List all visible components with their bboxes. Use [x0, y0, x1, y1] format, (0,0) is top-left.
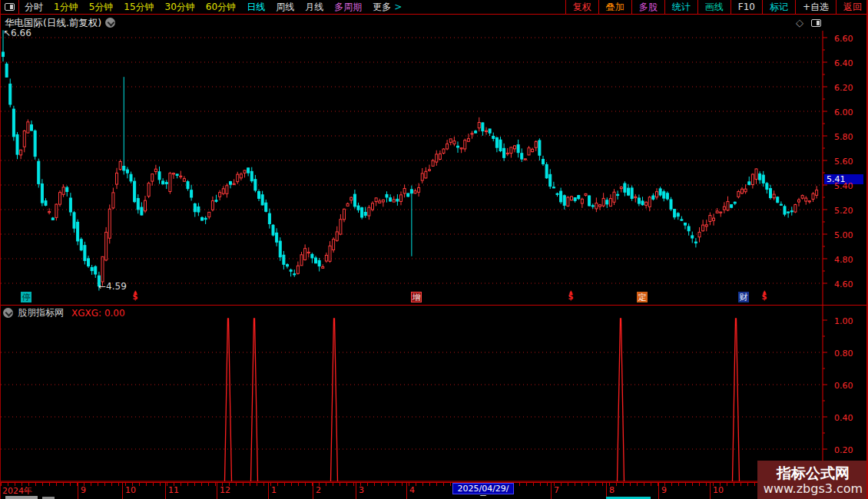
toolbar-action-3[interactable]: 多股	[631, 0, 664, 14]
price-axis-label: 6.40	[834, 58, 853, 68]
indicator-axis-label: 1.00	[834, 316, 853, 326]
high-price-annotation: ↖6.66	[3, 28, 31, 38]
price-axis-label: 6.00	[834, 107, 853, 117]
month-separator	[658, 483, 659, 499]
watermark-url: www.zbgs3.com	[764, 481, 863, 496]
event-badge-定[interactable]: 定	[637, 292, 648, 302]
indicator-chart[interactable]	[1, 306, 868, 482]
month-label: 7	[554, 485, 559, 495]
month-separator	[165, 483, 166, 499]
selected-date-box: 2025/04/29/二	[452, 483, 514, 494]
toolbar-action-7[interactable]: 标记	[762, 0, 795, 14]
month-separator	[122, 483, 123, 499]
toolbar-period-2[interactable]: 1分钟	[48, 0, 84, 14]
period-toolbar: 分时1分钟5分钟15分钟30分钟60分钟日线周线月线多周期更多> 复权叠加多股统…	[1, 0, 868, 15]
month-separator	[217, 483, 217, 499]
month-separator	[268, 483, 269, 499]
watermark-box: 指标公式网 www.zbgs3.com	[757, 461, 868, 499]
dollar-event-icon[interactable]: ▲$	[566, 289, 575, 301]
toolbar-period-5[interactable]: 30分钟	[160, 0, 200, 14]
price-axis-label: 5.40	[834, 181, 853, 191]
month-label: 11	[168, 485, 179, 495]
month-label: 10	[125, 485, 136, 495]
dollar-event-icon[interactable]: ▲$	[131, 289, 140, 301]
price-axis-label: 6.60	[834, 34, 853, 44]
toolbar-period-3[interactable]: 5分钟	[84, 0, 119, 14]
toolbar-period-6[interactable]: 60分钟	[200, 0, 241, 14]
toolbar-period-8[interactable]: 周线	[270, 0, 300, 14]
indicator-axis-label: 0.60	[834, 381, 853, 391]
chart-title-row: 华电国际(日线.前复权) ◇	[1, 15, 868, 29]
month-label: 3	[359, 485, 364, 495]
toolbar-action-5[interactable]: 画线	[697, 0, 731, 14]
price-axis-label: 6.20	[834, 83, 853, 93]
toolbar-period-4[interactable]: 15分钟	[118, 0, 159, 14]
event-badge-停[interactable]: 停	[21, 292, 31, 302]
month-label: 9	[81, 485, 86, 495]
watermark-title: 指标公式网	[777, 464, 850, 481]
period-toolbar-left: 分时1分钟5分钟15分钟30分钟60分钟日线周线月线多周期更多>	[1, 0, 407, 14]
toolbar-action-6[interactable]: F10	[731, 0, 762, 14]
chart-corner-icons: ◇	[796, 17, 821, 28]
price-axis-label: 5.60	[834, 157, 853, 167]
event-badge-增[interactable]: 增	[411, 292, 422, 302]
price-axis-label: 4.60	[834, 279, 853, 289]
title-chevron-down-icon[interactable]	[105, 18, 115, 28]
month-separator	[78, 483, 78, 499]
event-badge-财[interactable]: 财	[738, 292, 749, 302]
price-axis-label: 5.20	[834, 206, 853, 216]
month-separator	[356, 483, 356, 499]
toolbar-action-4[interactable]: 统计	[664, 0, 697, 14]
price-axis-label: 4.80	[834, 255, 853, 265]
toolbar-action-8[interactable]: +自选	[795, 0, 836, 14]
trading-app-window: 分时1分钟5分钟15分钟30分钟60分钟日线周线月线多周期更多> 复权叠加多股统…	[0, 0, 868, 499]
month-separator	[551, 483, 552, 499]
toolbar-action-9[interactable]: 返回	[836, 0, 868, 14]
month-separator	[710, 483, 711, 499]
toolbar-action-2[interactable]: 叠加	[598, 0, 631, 14]
indicator-axis-label: 0.20	[834, 445, 853, 455]
clipped-row-fragment	[5, 496, 38, 499]
price-axis-label: 5.00	[834, 230, 853, 240]
layout-toggle-button[interactable]	[1, 0, 19, 14]
indicator-axis-label: 0.40	[834, 413, 853, 423]
month-label: 10	[713, 485, 724, 495]
diamond-icon[interactable]: ◇	[796, 17, 803, 28]
panel-toggle-icon	[5, 3, 15, 11]
toolbar-period-1[interactable]: 分时	[19, 0, 48, 14]
year-label: 2024年	[2, 485, 32, 497]
action-toolbar: 复权叠加多股统计画线F10标记+自选返回	[565, 0, 868, 14]
indicator-axis-label: 0.80	[834, 349, 853, 359]
panel-toggle-icon[interactable]	[811, 19, 821, 27]
month-label: 12	[220, 485, 230, 495]
price-axis-label: 5.80	[834, 132, 853, 142]
candlestick-chart[interactable]	[1, 29, 868, 305]
toolbar-period-11[interactable]: 更多>	[367, 0, 407, 14]
month-separator	[406, 483, 407, 499]
month-label: 8	[609, 485, 615, 495]
month-label: 2	[316, 485, 321, 495]
low-price-annotation: ←4.59	[98, 281, 127, 292]
toolbar-period-10[interactable]: 多周期	[329, 0, 367, 14]
month-label: 9	[661, 485, 667, 495]
dollar-event-icon[interactable]: ▲$	[760, 289, 769, 301]
month-label: 4	[409, 485, 415, 495]
toolbar-period-7[interactable]: 日线	[241, 0, 270, 14]
stock-title-text: 华电国际(日线.前复权)	[5, 17, 101, 28]
month-label: 1	[271, 485, 277, 495]
toolbar-period-9[interactable]: 月线	[300, 0, 329, 14]
date-axis: 2024年 2025/04/29/二 9101112123478910	[1, 483, 868, 499]
month-separator	[313, 483, 313, 499]
more-chevron-icon: >	[394, 2, 402, 12]
toolbar-action-1[interactable]: 复权	[565, 0, 598, 14]
